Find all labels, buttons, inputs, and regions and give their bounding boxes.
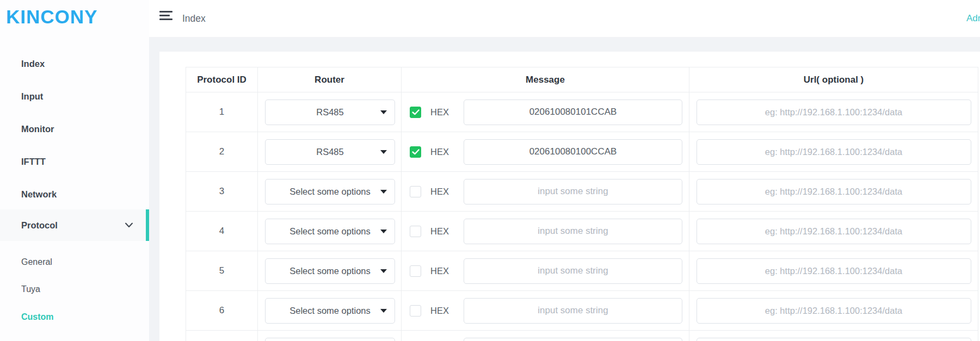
protocol-id-cell: 6 bbox=[186, 291, 258, 331]
hex-checkbox[interactable] bbox=[410, 265, 421, 277]
sidebar: KINCONY Index Input Monitor IFTTT Networ… bbox=[0, 0, 149, 341]
url-input[interactable] bbox=[697, 258, 971, 284]
chevron-down-icon bbox=[125, 223, 133, 228]
message-input[interactable] bbox=[464, 258, 682, 284]
sidebar-item-general[interactable]: General bbox=[21, 257, 52, 267]
table-row: 5 Select some options HEX bbox=[186, 251, 978, 291]
sidebar-item-custom[interactable]: Custom bbox=[21, 312, 54, 322]
table-row: 6 Select some options HEX bbox=[186, 291, 978, 331]
sidebar-item-index[interactable]: Index bbox=[21, 59, 45, 69]
sidebar-item-protocol[interactable]: Protocol bbox=[0, 209, 149, 241]
router-select[interactable]: Select some options bbox=[265, 258, 395, 284]
hex-checkbox[interactable] bbox=[410, 186, 421, 197]
hex-label: HEX bbox=[430, 107, 450, 117]
hex-label: HEX bbox=[430, 266, 450, 276]
hex-label: HEX bbox=[430, 147, 450, 157]
header-message: Message bbox=[402, 67, 689, 92]
router-select[interactable]: Select some options bbox=[265, 338, 395, 341]
message-input[interactable] bbox=[464, 338, 682, 341]
topbar-title: Index bbox=[182, 13, 206, 24]
main-content: Protocol ID Router Message Url( optional… bbox=[149, 37, 980, 341]
message-input[interactable] bbox=[464, 298, 682, 324]
table-row: 1 RS485 HEX bbox=[186, 92, 978, 132]
sidebar-item-input[interactable]: Input bbox=[21, 91, 43, 102]
protocol-id-cell: 5 bbox=[186, 251, 258, 291]
hex-label: HEX bbox=[430, 306, 450, 316]
message-input[interactable] bbox=[464, 139, 682, 165]
checkmark-icon bbox=[412, 109, 420, 115]
caret-down-icon bbox=[380, 309, 387, 313]
caret-down-icon bbox=[380, 150, 387, 154]
custom-protocol-page: { "brand": { "logo_text": "KINCONY", "lo… bbox=[0, 0, 980, 341]
caret-down-icon bbox=[380, 230, 387, 233]
router-select[interactable]: RS485 bbox=[265, 139, 395, 165]
sidebar-item-ifttt[interactable]: IFTTT bbox=[21, 157, 46, 167]
hex-label: HEX bbox=[430, 187, 450, 197]
protocol-table-body: 1 RS485 HEX 2 RS4 bbox=[186, 92, 978, 341]
message-input[interactable] bbox=[464, 179, 682, 204]
table-row: 7 Select some options HEX bbox=[186, 331, 978, 341]
router-select-value: Select some options bbox=[266, 226, 395, 237]
url-input[interactable] bbox=[697, 100, 971, 125]
content-card: Protocol ID Router Message Url( optional… bbox=[159, 52, 980, 341]
header-protocol-id: Protocol ID bbox=[186, 67, 258, 92]
protocol-id-cell: 7 bbox=[186, 331, 258, 341]
caret-down-icon bbox=[380, 269, 387, 273]
router-select-value: Select some options bbox=[266, 187, 395, 197]
sidebar-item-monitor[interactable]: Monitor bbox=[21, 124, 54, 134]
url-input[interactable] bbox=[697, 219, 971, 244]
table-header-row: Protocol ID Router Message Url( optional… bbox=[186, 67, 978, 92]
active-menu-indicator bbox=[146, 209, 149, 241]
table-row: 4 Select some options HEX bbox=[186, 212, 978, 251]
protocol-id-cell: 2 bbox=[186, 132, 258, 172]
hex-checkbox[interactable] bbox=[410, 146, 421, 158]
hamburger-icon bbox=[159, 11, 172, 13]
hex-checkbox[interactable] bbox=[410, 107, 421, 118]
kincony-logo: KINCONY bbox=[6, 6, 97, 28]
sidebar-item-network[interactable]: Network bbox=[21, 189, 57, 200]
caret-down-icon bbox=[380, 190, 387, 194]
router-select-value: RS485 bbox=[266, 107, 395, 117]
hex-checkbox[interactable] bbox=[410, 305, 421, 317]
router-select[interactable]: Select some options bbox=[265, 298, 395, 324]
sidebar-item-protocol-label: Protocol bbox=[21, 220, 58, 231]
router-select-value: Select some options bbox=[266, 266, 395, 276]
protocol-id-cell: 4 bbox=[186, 212, 258, 251]
hex-checkbox[interactable] bbox=[410, 226, 421, 237]
admin-link[interactable]: Admin bbox=[966, 13, 980, 24]
router-select[interactable]: RS485 bbox=[265, 100, 395, 125]
url-input[interactable] bbox=[697, 338, 971, 341]
protocol-id-cell: 1 bbox=[186, 92, 258, 132]
url-input[interactable] bbox=[697, 179, 971, 204]
protocol-table: Protocol ID Router Message Url( optional… bbox=[186, 67, 978, 341]
router-select-value: RS485 bbox=[266, 147, 395, 157]
checkmark-icon bbox=[412, 149, 420, 155]
table-row: 2 RS485 HEX bbox=[186, 132, 978, 172]
sidebar-item-tuya[interactable]: Tuya bbox=[21, 284, 40, 294]
router-select[interactable]: Select some options bbox=[265, 179, 395, 204]
protocol-id-cell: 3 bbox=[186, 172, 258, 212]
router-select[interactable]: Select some options bbox=[265, 219, 395, 244]
hex-label: HEX bbox=[430, 226, 450, 237]
router-select-value: Select some options bbox=[266, 306, 395, 316]
topbar: Index Admin bbox=[149, 0, 980, 37]
header-url: Url( optional ) bbox=[689, 67, 978, 92]
header-router: Router bbox=[258, 67, 402, 92]
message-input[interactable] bbox=[464, 219, 682, 244]
table-row: 3 Select some options HEX bbox=[186, 172, 978, 212]
message-input[interactable] bbox=[464, 100, 682, 125]
caret-down-icon bbox=[380, 110, 387, 114]
url-input[interactable] bbox=[697, 139, 971, 165]
url-input[interactable] bbox=[697, 298, 971, 324]
menu-toggle-button[interactable] bbox=[159, 11, 172, 20]
